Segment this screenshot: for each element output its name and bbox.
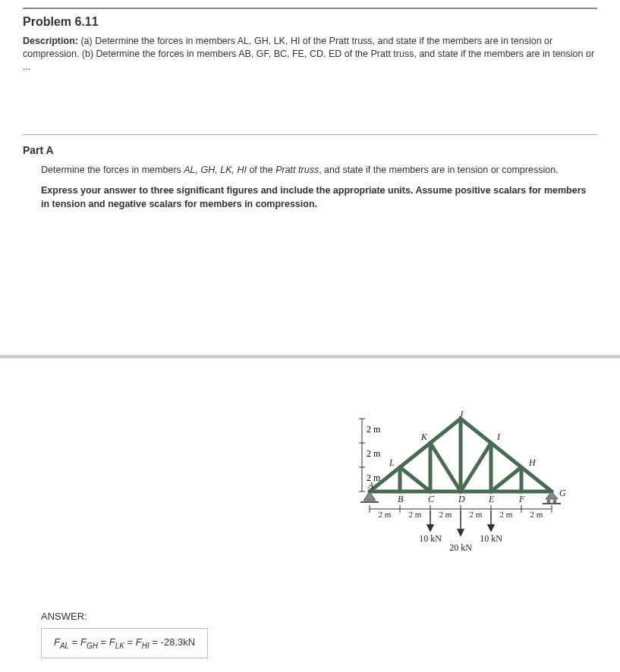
load-2: 20 kN (449, 542, 472, 553)
s4: HI (142, 642, 149, 650)
desc-text: (a) Determine the forces in members AL, … (23, 36, 594, 72)
hdim-2: 2 m (409, 510, 422, 519)
hdim-4: 2 m (470, 510, 483, 519)
f3: F (109, 636, 115, 648)
load-3: 10 kN (480, 533, 502, 544)
svg-line-18 (491, 467, 521, 491)
answer-section: ANSWER: FAL = FGH = FLK = FHI = -28.3kN (41, 611, 597, 658)
ans-unit: kN (183, 636, 195, 648)
top-rule (23, 8, 597, 9)
answer-box: FAL = FGH = FLK = FHI = -28.3kN (41, 628, 208, 658)
node-C: C (428, 494, 435, 504)
eq3: = (124, 636, 136, 648)
node-E: E (488, 494, 495, 504)
node-I: I (496, 432, 501, 442)
ans-val: -28.3 (161, 636, 184, 648)
eq1: = (69, 636, 80, 648)
node-B: B (398, 494, 404, 504)
load-1: 10 kN (419, 533, 442, 544)
node-D: D (458, 494, 465, 504)
problem-title: Problem 6.11 (23, 15, 597, 29)
eq2: = (98, 636, 109, 648)
vdim-2: 2 m (367, 448, 381, 459)
s3: LK (115, 642, 124, 650)
instr-pre: Determine the forces in members (41, 165, 184, 175)
svg-marker-36 (458, 529, 464, 535)
truss-diagram: 2 m 2 m 2 m (324, 411, 582, 573)
node-G: G (559, 488, 566, 498)
svg-marker-38 (488, 525, 494, 531)
svg-point-23 (553, 500, 556, 503)
svg-point-22 (547, 500, 550, 503)
node-H: H (528, 457, 537, 468)
s1: AL (60, 642, 69, 650)
hdim-1: 2 m (379, 510, 392, 519)
answer-label: ANSWER: (41, 611, 597, 622)
problem-description: Description: (a) Determine the forces in… (23, 35, 597, 74)
figure-area: 2 m 2 m 2 m (23, 366, 597, 603)
hdim-3: 2 m (439, 510, 452, 519)
instr-truss: Pratt truss (275, 165, 319, 175)
part-a-express: Express your answer to three significant… (41, 184, 597, 211)
f4: F (136, 636, 142, 648)
s2: GH (87, 642, 98, 650)
node-A: A (367, 480, 374, 491)
part-a-instruction: Determine the forces in members AL, GH, … (41, 164, 597, 177)
svg-line-15 (400, 467, 430, 491)
svg-marker-34 (427, 525, 433, 531)
f1: F (54, 636, 60, 648)
instr-members: AL, GH, LK, HI (184, 165, 247, 175)
desc-label: Description: (23, 36, 78, 46)
f2: F (80, 636, 87, 648)
hdim-6: 2 m (530, 510, 543, 519)
node-K: K (420, 432, 428, 442)
vdim-1: 2 m (367, 424, 381, 435)
instr-post: , and state if the members are in tensio… (319, 165, 558, 175)
svg-line-17 (461, 443, 491, 491)
mid-rule (23, 134, 597, 135)
instr-mid: of the (247, 165, 275, 175)
eq4: = (149, 636, 161, 648)
node-F: F (518, 494, 525, 504)
hdim-5: 2 m (500, 510, 513, 519)
part-a-body: Determine the forces in members AL, GH, … (41, 164, 597, 212)
node-J: J (459, 411, 464, 419)
part-a-title: Part A (23, 144, 597, 156)
node-L: L (389, 457, 395, 468)
svg-line-16 (430, 443, 461, 491)
